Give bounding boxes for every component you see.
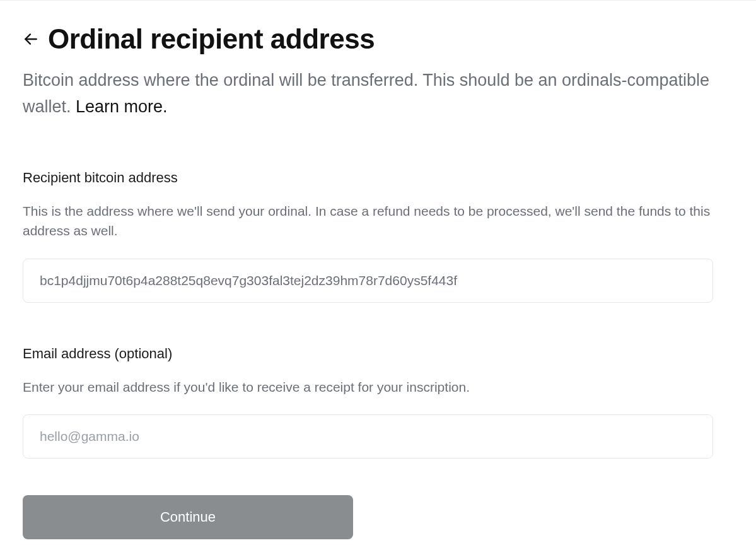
recipient-address-description: This is the address where we'll send you… [23,201,716,241]
email-label: Email address (optional) [23,346,733,362]
email-description: Enter your email address if you'd like t… [23,377,716,397]
continue-button[interactable]: Continue [23,495,353,539]
learn-more-link[interactable]: Learn more. [76,97,168,116]
email-section: Email address (optional) Enter your emai… [23,346,733,459]
recipient-address-label: Recipient bitcoin address [23,170,733,186]
back-arrow-icon[interactable] [23,31,39,47]
email-input[interactable] [23,414,713,459]
recipient-address-section: Recipient bitcoin address This is the ad… [23,170,733,303]
recipient-address-input[interactable] [23,259,713,303]
page-subtitle: Bitcoin address where the ordinal will b… [23,67,716,120]
page-title: Ordinal recipient address [48,23,375,55]
